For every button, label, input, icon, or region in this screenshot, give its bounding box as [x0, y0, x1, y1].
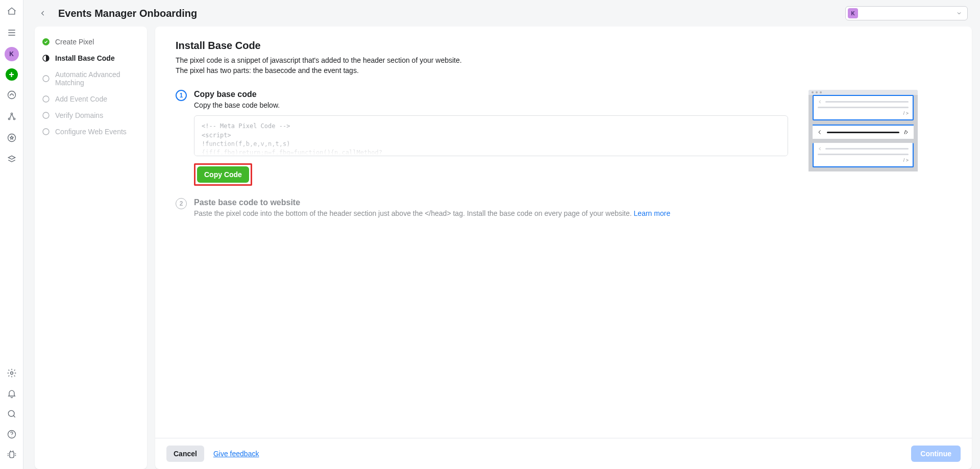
- learn-more-link[interactable]: Learn more: [634, 209, 671, 217]
- content-footer: Cancel Give feedback Continue: [155, 438, 972, 469]
- left-icon-rail: K +: [0, 0, 23, 469]
- step-install-base-code[interactable]: Install Base Code: [42, 50, 140, 66]
- menu-icon[interactable]: [5, 26, 19, 40]
- step-configure-web-events[interactable]: Configure Web Events: [42, 124, 140, 140]
- content-description-2: The pixel has two parts: the basecode an…: [176, 66, 951, 76]
- step-label: Install Base Code: [55, 54, 115, 62]
- substep-number-1: 1: [176, 90, 187, 101]
- help-icon[interactable]: [5, 427, 19, 441]
- bell-icon[interactable]: [5, 386, 19, 401]
- gauge-icon[interactable]: [5, 88, 19, 102]
- page-title: Events Manager Onboarding: [58, 8, 197, 19]
- add-button[interactable]: +: [6, 68, 18, 81]
- step-advanced-matching[interactable]: Automatic Advanced Matching: [42, 66, 140, 91]
- step-label: Configure Web Events: [55, 128, 127, 136]
- svg-point-4: [11, 113, 12, 114]
- search-icon[interactable]: [5, 407, 19, 421]
- svg-rect-10: [9, 452, 13, 458]
- svg-point-1: [11, 93, 12, 94]
- svg-point-3: [13, 118, 15, 119]
- step-label: Verify Domains: [55, 111, 103, 119]
- svg-point-14: [43, 96, 49, 102]
- back-button[interactable]: [36, 6, 50, 20]
- chevron-down-icon: [956, 10, 962, 16]
- star-icon[interactable]: [5, 131, 19, 145]
- content-description-1: The pixel code is a snippet of javascrip…: [176, 56, 951, 66]
- give-feedback-link[interactable]: Give feedback: [213, 450, 259, 458]
- copy-code-button[interactable]: Copy Code: [197, 166, 249, 183]
- home-icon[interactable]: [5, 4, 19, 18]
- svg-point-15: [43, 112, 49, 118]
- substep-2-heading: Paste base code to website: [194, 198, 788, 207]
- continue-button[interactable]: Continue: [911, 446, 961, 462]
- svg-point-0: [8, 91, 15, 99]
- svg-point-13: [43, 76, 49, 82]
- pixel-code-box[interactable]: <!-- Meta Pixel Code --> <script> !funct…: [194, 115, 788, 156]
- page: Events Manager Onboarding K Create Pixel…: [23, 0, 980, 469]
- topbar: Events Manager Onboarding K: [23, 0, 980, 27]
- copy-code-highlight: Copy Code: [194, 163, 252, 186]
- gear-icon[interactable]: [5, 366, 19, 380]
- substep-2-subtext: Paste the pixel code into the bottom of …: [194, 209, 788, 217]
- svg-point-11: [42, 38, 49, 45]
- steps-card: Create Pixel Install Base Code Automatic…: [35, 27, 147, 469]
- svg-point-16: [43, 129, 49, 135]
- cancel-button[interactable]: Cancel: [166, 446, 204, 462]
- account-switcher[interactable]: K: [845, 6, 968, 20]
- share-icon[interactable]: [5, 109, 19, 124]
- svg-point-7: [8, 410, 14, 416]
- bug-icon[interactable]: [5, 448, 19, 462]
- account-avatar: K: [848, 8, 858, 18]
- avatar-initial: K: [9, 51, 14, 58]
- svg-point-6: [10, 372, 13, 375]
- svg-point-2: [8, 118, 10, 119]
- page-illustration: / >: [808, 90, 918, 171]
- code-fade-overlay: [194, 141, 788, 156]
- step-create-pixel[interactable]: Create Pixel: [42, 34, 140, 50]
- avatar[interactable]: K: [5, 47, 19, 61]
- step-add-event-code[interactable]: Add Event Code: [42, 91, 140, 107]
- step-label: Create Pixel: [55, 38, 94, 46]
- svg-point-5: [8, 134, 15, 142]
- content-card: Install Base Code The pixel code is a sn…: [155, 27, 972, 469]
- step-label: Automatic Advanced Matching: [55, 70, 140, 87]
- step-label: Add Event Code: [55, 95, 107, 103]
- layers-icon[interactable]: [5, 152, 19, 166]
- svg-point-9: [11, 436, 12, 436]
- step-verify-domains[interactable]: Verify Domains: [42, 107, 140, 124]
- content-title: Install Base Code: [176, 40, 951, 52]
- substep-1-subtext: Copy the base code below.: [194, 101, 788, 109]
- substep-1-heading: Copy base code: [194, 90, 788, 99]
- substep-number-2: 2: [176, 198, 187, 209]
